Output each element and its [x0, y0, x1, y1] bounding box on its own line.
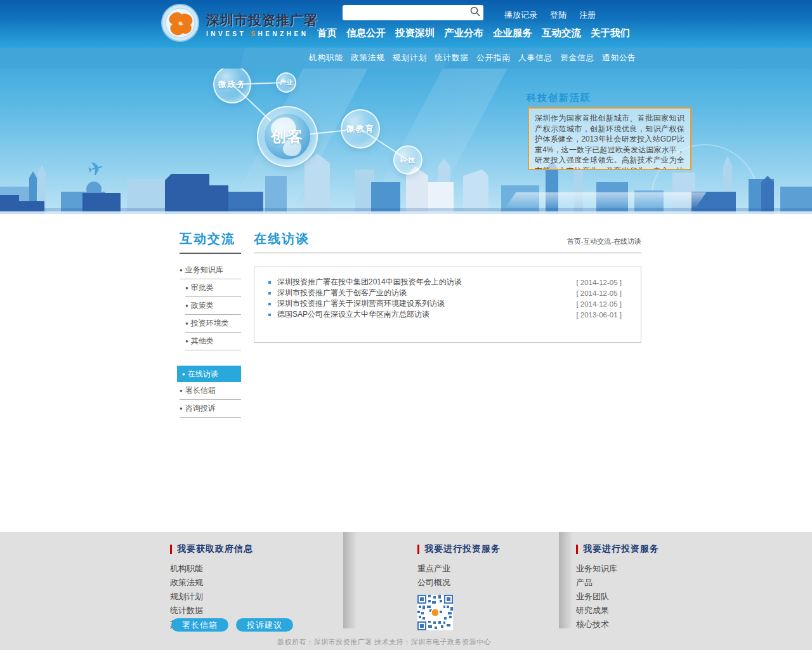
sidebar-item-approval[interactable]: 审批类	[185, 279, 241, 297]
sidebar-title: 互动交流	[180, 230, 241, 254]
bullet-icon	[268, 314, 271, 316]
bullet-icon	[268, 292, 271, 295]
logo-emblem-icon	[160, 3, 200, 45]
article-list: 深圳投资推广署在投中集团2014中国投资年会上的访谈 [ 2014-12-05 …	[254, 267, 641, 343]
red-bar-icon	[576, 545, 578, 554]
article-link[interactable]: 深圳投资推广署在投中集团2014中国投资年会上的访谈	[277, 277, 462, 288]
nav-item-home[interactable]: 首页	[317, 27, 337, 40]
sidebar: 互动交流 业务知识库 审批类 政策类 投资环境类 其他类 在线访谈 署长信箱 咨…	[180, 230, 241, 418]
footer-column-business-resources: 我要进行投资服务 业务知识库 产品 业务团队 研究成果 核心技术	[576, 543, 659, 632]
page-title: 在线访谈	[254, 230, 310, 248]
top-utility-links: 播放记录 登陆 注册	[504, 10, 596, 21]
sidebar-item-investment-env[interactable]: 投资环境类	[185, 315, 241, 333]
article-row: 深圳投资推广署在投中集团2014中国投资年会上的访谈 [ 2014-12-05 …	[262, 277, 633, 288]
article-row: 深圳市投资推广署关于深圳营商环境建设系列访谈 [ 2014-12-05 ]	[262, 298, 633, 309]
search-icon[interactable]	[469, 6, 481, 20]
logo-text: 深圳市投资推广署 INVEST SHENZHEN	[206, 11, 318, 37]
footer-heading: 我要进行投资服务	[583, 543, 659, 555]
subnav-item-personnel[interactable]: 人事信息	[518, 53, 553, 63]
bubble-chanye[interactable]: 产业	[276, 72, 296, 93]
nav-item-about-us[interactable]: 关于我们	[591, 27, 630, 40]
red-bar-icon	[417, 545, 419, 554]
site-logo[interactable]: 深圳市投资推广署 INVEST SHENZHEN	[160, 3, 318, 45]
secondary-navigation: 机构职能 政策法规 规划计划 统计数据 公开指南 人事信息 资金信息 通知公告	[0, 48, 812, 69]
hero-banner: ✈ 微政务 产业 创客 微教育 科技 科技创新活跃 深圳作为国家首批创新城市、首…	[0, 69, 812, 214]
qr-code-icon[interactable]	[417, 595, 453, 630]
footer-link-products[interactable]: 产品	[576, 576, 659, 590]
subnav-item-policies[interactable]: 政策法规	[351, 53, 385, 63]
bullet-icon	[268, 281, 271, 284]
article-date: [ 2014-12-05 ]	[576, 300, 633, 308]
breadcrumb: 首页-互动交流-在线访谈	[567, 237, 641, 248]
copyright-text: 版权所有：深圳市投资推广署 技术支持：深圳市电子政务资源中心	[277, 637, 491, 647]
article-date: [ 2014-12-05 ]	[576, 289, 633, 297]
footer-link-statistics[interactable]: 统计数据	[170, 604, 253, 618]
footer-link-research-results[interactable]: 研究成果	[576, 604, 659, 618]
footer-link-core-technology[interactable]: 核心技术	[576, 618, 659, 632]
banner-info-box: 深圳作为国家首批创新城市、首批国家知识产权示范城市，创新环境优良，知识产权保护体…	[528, 107, 691, 170]
column-divider-shadow	[559, 532, 573, 628]
footer-link-policies[interactable]: 政策法规	[170, 576, 253, 590]
footer-heading: 我要进行投资服务	[424, 543, 501, 555]
subnav-item-disclosure-guide[interactable]: 公开指南	[476, 53, 511, 63]
subnav-item-agency-functions[interactable]: 机构职能	[309, 53, 343, 63]
bubble-chuangke[interactable]: 创客	[257, 106, 318, 167]
article-date: [ 2014-12-05 ]	[576, 279, 633, 286]
article-link[interactable]: 深圳市投资推广署关于深圳营商环境建设系列访谈	[277, 298, 445, 309]
bubble-weijiaoyu[interactable]: 微教育	[341, 109, 380, 149]
footer-heading: 我要获取政府信息	[177, 543, 253, 555]
content-column: 在线访谈 首页-互动交流-在线访谈 深圳投资推广署在投中集团2014中国投资年会…	[254, 230, 641, 343]
article-link[interactable]: 深圳市投资推广署关于创客产业的访谈	[277, 288, 407, 298]
register-link[interactable]: 注册	[579, 10, 596, 21]
sidebar-item-consult-complaint[interactable]: 咨询投诉	[180, 400, 241, 418]
site-footer: 我要获取政府信息 机构职能 政策法规 规划计划 统计数据 其他 署长信箱 投诉建…	[0, 532, 812, 650]
bullet-icon	[268, 303, 271, 305]
sidebar-item-policy[interactable]: 政策类	[185, 297, 241, 315]
subnav-item-planning[interactable]: 规划计划	[393, 53, 427, 63]
article-date: [ 2013-06-01 ]	[576, 311, 633, 319]
sidebar-item-online-interview[interactable]: 在线访谈	[177, 366, 241, 382]
article-link[interactable]: 德国SAP公司在深设立大中华区南方总部访谈	[277, 309, 429, 320]
article-row: 深圳市投资推广署关于创客产业的访谈 [ 2014-12-05 ]	[262, 288, 633, 298]
sidebar-item-knowledge-base[interactable]: 业务知识库	[180, 262, 241, 279]
login-link[interactable]: 登陆	[550, 10, 566, 21]
footer-link-knowledge-base[interactable]: 业务知识库	[576, 562, 659, 576]
article-row: 德国SAP公司在深设立大中华区南方总部访谈 [ 2013-06-01 ]	[262, 309, 633, 320]
complaint-suggestion-button[interactable]: 投诉建议	[236, 618, 293, 632]
subnav-item-statistics[interactable]: 统计数据	[435, 53, 469, 63]
footer-link-agency-functions[interactable]: 机构职能	[170, 562, 253, 576]
sidebar-item-director-mailbox[interactable]: 署长信箱	[180, 382, 241, 400]
subnav-item-funding[interactable]: 资金信息	[560, 53, 594, 63]
main-content: 互动交流 业务知识库 审批类 政策类 投资环境类 其他类 在线访谈 署长信箱 咨…	[0, 214, 812, 532]
main-navigation: 首页 信息公开 投资深圳 产业分布 企业服务 互动交流 关于我们	[317, 27, 630, 40]
footer-link-key-industries[interactable]: 重点产业	[417, 562, 501, 576]
banner-info-title: 科技创新活跃	[527, 92, 591, 104]
reflection-decoration	[506, 192, 707, 208]
nav-item-enterprise-services[interactable]: 企业服务	[493, 27, 532, 40]
search-input[interactable]	[343, 5, 469, 20]
sidebar-item-other[interactable]: 其他类	[185, 333, 241, 350]
site-header: 深圳市投资推广署 INVEST SHENZHEN 播放记录 登陆 注册 首页 信…	[0, 0, 812, 48]
red-bar-icon	[170, 545, 172, 554]
column-divider-shadow	[343, 532, 357, 628]
nav-item-info-disclosure[interactable]: 信息公开	[346, 27, 386, 40]
search-box	[343, 5, 483, 20]
nav-item-industry-distribution[interactable]: 产业分布	[444, 27, 483, 40]
subnav-item-notices[interactable]: 通知公告	[602, 53, 636, 63]
bubble-keji[interactable]: 科技	[393, 145, 422, 175]
logo-subtitle: INVEST SHENZHEN	[206, 30, 318, 37]
nav-item-invest-shenzhen[interactable]: 投资深圳	[395, 27, 435, 40]
footer-column-investment-services: 我要进行投资服务 重点产业 公司概况	[417, 543, 501, 633]
logo-title: 深圳市投资推广署	[206, 11, 318, 29]
footer-link-business-team[interactable]: 业务团队	[576, 590, 659, 604]
play-history-link[interactable]: 播放记录	[504, 10, 537, 21]
nav-item-interaction[interactable]: 互动交流	[542, 27, 581, 40]
footer-link-company-profile[interactable]: 公司概况	[417, 576, 501, 590]
director-mailbox-button[interactable]: 署长信箱	[171, 618, 228, 632]
footer-link-planning[interactable]: 规划计划	[170, 590, 253, 604]
